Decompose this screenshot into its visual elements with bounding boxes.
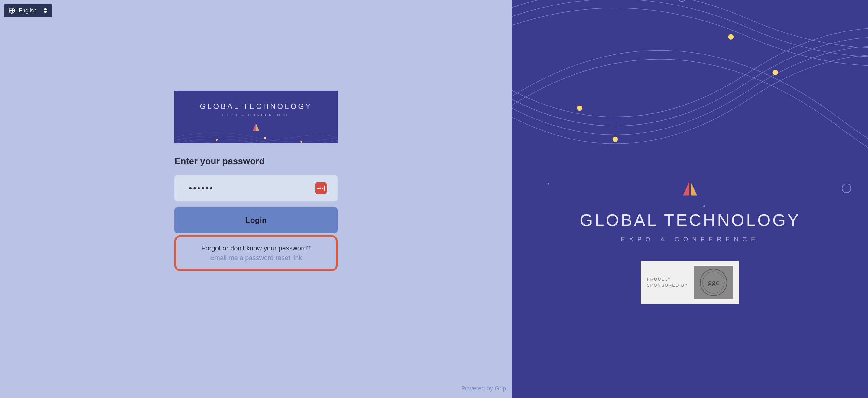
globe-icon [8, 7, 15, 14]
page-heading: Enter your password [175, 156, 338, 166]
password-manager-icon[interactable] [315, 182, 327, 194]
language-label: English [19, 7, 37, 14]
svg-marker-25 [683, 181, 689, 196]
event-banner: GLOBAL TECHNOLOGY EXPO & CONFERENCE [175, 91, 338, 143]
login-panel: English GLOBAL TECHNOLOGY EXPO & CONFER [0, 0, 512, 398]
chevron-updown-icon [43, 8, 48, 13]
promo-subtitle: EXPO & CONFERENCE [621, 236, 759, 243]
svg-marker-2 [43, 8, 47, 10]
svg-point-12 [773, 70, 778, 75]
banner-logo-icon [251, 123, 260, 132]
password-reset-box: Forgot or don't know your password? Emai… [175, 235, 338, 271]
banner-title: GLOBAL TECHNOLOGY [200, 102, 312, 111]
svg-text:ggc: ggc [708, 278, 719, 287]
reset-question-text: Forgot or don't know your password? [182, 244, 330, 252]
svg-point-4 [216, 139, 218, 141]
svg-point-6 [301, 141, 302, 143]
banner-subtitle: EXPO & CONFERENCE [222, 113, 290, 117]
svg-marker-7 [253, 124, 256, 131]
promo-title: GLOBAL TECHNOLOGY [580, 210, 801, 230]
svg-point-10 [613, 137, 618, 142]
login-card: GLOBAL TECHNOLOGY EXPO & CONFERENCE Ente… [175, 91, 338, 271]
reset-link[interactable]: Email me a password reset link [210, 254, 302, 262]
svg-point-11 [728, 34, 734, 39]
language-selector[interactable]: English [4, 4, 52, 17]
svg-point-15 [842, 184, 851, 193]
promo-panel: GLOBAL TECHNOLOGY EXPO & CONFERENCE PROU… [512, 0, 868, 398]
svg-point-14 [678, 0, 686, 1]
promo-logo-icon [680, 179, 700, 198]
sponsor-box: PROUDLY SPONSORED BY ggc [641, 261, 739, 304]
sponsor-label: PROUDLY SPONSORED BY [647, 277, 688, 288]
svg-marker-26 [690, 181, 697, 196]
promo-content: GLOBAL TECHNOLOGY EXPO & CONFERENCE PROU… [580, 179, 801, 304]
login-button[interactable]: Login [175, 207, 338, 233]
password-field-wrapper [175, 175, 338, 201]
svg-point-23 [548, 183, 550, 185]
sponsor-logo: ggc [694, 266, 733, 299]
svg-marker-8 [256, 124, 259, 131]
svg-marker-3 [43, 11, 47, 13]
svg-point-5 [264, 137, 266, 139]
password-input[interactable] [175, 175, 338, 201]
svg-point-9 [577, 106, 582, 111]
powered-by-text: Powered by Grip [461, 385, 506, 392]
